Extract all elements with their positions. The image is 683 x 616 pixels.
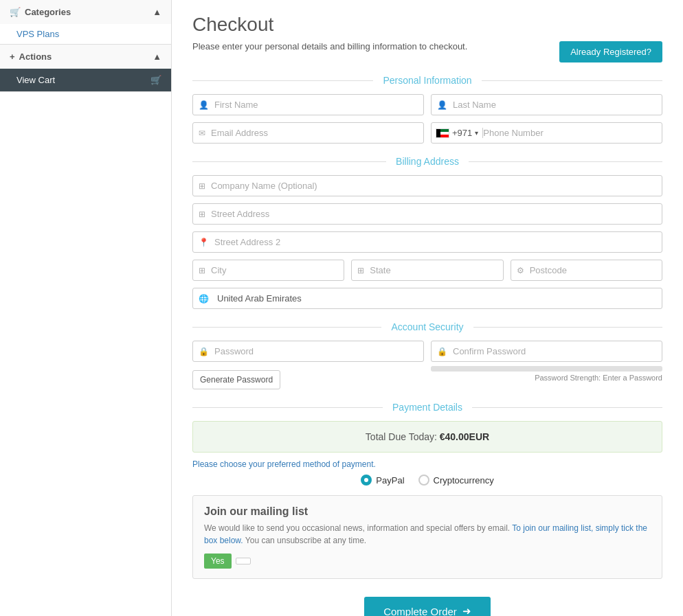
company-input[interactable] [211,176,662,196]
postcode-wrapper: ⚙ [511,260,662,281]
postcode-col: ⚙ [511,260,662,281]
phone-prefix[interactable]: +971 ▾ [432,128,483,138]
page-title: Checkout [192,14,662,36]
paypal-option[interactable]: PayPal [361,475,404,486]
categories-header[interactable]: 🛒 Categories ▲ [0,0,171,24]
email-phone-row: ✉ +971 ▾ [192,122,662,144]
first-name-input[interactable] [214,95,423,115]
password-strength-text: Password Strength: Enter a Password [431,374,662,382]
state-icon: ⊞ [352,266,370,275]
uae-flag [436,128,449,138]
categories-section: 🛒 Categories ▲ VPS Plans [0,0,171,45]
mailing-yes-button[interactable]: Yes [204,554,232,569]
sidebar: 🛒 Categories ▲ VPS Plans + Actions ▲ Vie… [0,0,172,616]
payment-details-divider: Payment Details [192,402,662,413]
mailing-title: Join our mailing list [204,505,651,518]
lock-icon: 🔒 [193,347,214,356]
street-col: ⊞ [192,203,662,225]
categories-toggle-icon: ▲ [153,7,161,17]
actions-header[interactable]: + Actions ▲ [0,45,171,69]
city-input[interactable] [211,260,344,280]
complete-order-button[interactable]: Complete Order ➜ [364,597,491,616]
total-label: Total Due Today: [366,431,437,442]
street-wrapper: ⊞ [192,203,662,225]
state-input[interactable] [370,260,502,280]
company-col: ⊞ [192,175,662,196]
sidebar-item-vps-plans[interactable]: VPS Plans [0,24,171,44]
last-name-col: 👤 [431,94,662,115]
confirm-password-wrapper: 🔒 [431,341,662,362]
payment-choose-text: Please choose your preferred method of p… [192,459,662,469]
phone-col: +971 ▾ [431,122,662,144]
country-select[interactable]: United Arab Emirates [214,288,662,308]
already-registered-button[interactable]: Already Registered? [559,41,662,62]
last-name-input[interactable] [453,95,662,115]
total-amount: €40.00EUR [440,431,489,442]
password-row: 🔒 Generate Password 🔒 Password Strength:… [192,341,662,389]
mailing-link[interactable]: To join our mailing list, simply tick th… [204,523,647,545]
actions-toggle-icon: ▲ [153,52,161,62]
confirm-password-input[interactable] [453,341,662,361]
country-row: 🌐 United Arab Emirates [192,288,662,309]
sidebar-item-view-cart[interactable]: View Cart 🛒 [0,69,171,91]
actions-label: Actions [19,52,52,62]
categories-icon: 🛒 [10,7,21,17]
paypal-radio[interactable] [361,475,372,486]
actions-section: + Actions ▲ View Cart 🛒 [0,45,171,92]
crypto-label: Cryptocurrency [434,475,494,486]
personal-info-divider: Personal Information [192,75,662,86]
billing-address-section-label: Billing Address [386,156,469,167]
personal-info-section-label: Personal Information [373,75,481,86]
confirm-password-col: 🔒 Password Strength: Enter a Password [431,341,662,382]
person-icon-last: 👤 [432,100,453,110]
city-col: ⊞ [192,260,344,281]
globe-icon: 🌐 [193,294,214,304]
phone-prefix-arrow: ▾ [475,129,478,137]
password-strength-bar [431,366,662,372]
street-input[interactable] [211,204,662,224]
country-col: 🌐 United Arab Emirates [192,288,662,309]
actions-plus-icon: + [10,52,15,62]
city-icon: ⊞ [193,266,211,275]
crypto-radio[interactable] [418,475,429,486]
country-wrapper: 🌐 United Arab Emirates [192,288,662,309]
complete-order-row: Complete Order ➜ [192,590,662,616]
pin-icon: 📍 [193,238,214,247]
company-wrapper: ⊞ [192,175,662,196]
crypto-option[interactable]: Cryptocurrency [418,475,494,486]
street-icon: ⊞ [193,209,211,219]
email-wrapper: ✉ [192,122,424,144]
first-name-wrapper: 👤 [192,94,424,115]
main-content: Checkout Please enter your personal deta… [172,0,683,616]
phone-input[interactable] [483,123,662,143]
company-row: ⊞ [192,175,662,196]
categories-label: Categories [25,7,71,17]
phone-wrapper: +971 ▾ [431,122,662,144]
top-bar: Please enter your personal details and b… [192,41,662,62]
email-col: ✉ [192,122,424,144]
city-wrapper: ⊞ [192,260,344,281]
paypal-label: PayPal [376,475,404,486]
generate-password-button[interactable]: Generate Password [192,370,280,389]
complete-order-label: Complete Order [383,606,457,617]
building-icon: ⊞ [193,181,211,191]
state-col: ⊞ [351,260,503,281]
postcode-input[interactable] [530,260,662,280]
account-security-divider: Account Security [192,321,662,332]
first-name-col: 👤 [192,94,424,115]
payment-options: PayPal Cryptocurrency [192,475,662,486]
intro-text: Please enter your personal details and b… [192,41,467,52]
street2-input[interactable] [214,232,662,252]
password-input[interactable] [214,341,423,361]
payment-details-section-label: Payment Details [383,402,472,413]
person-icon: 👤 [193,100,214,110]
email-input[interactable] [211,123,423,143]
city-state-postcode-row: ⊞ ⊞ ⚙ [192,260,662,281]
mailing-no-button[interactable] [236,558,251,564]
billing-address-divider: Billing Address [192,156,662,167]
last-name-wrapper: 👤 [431,94,662,115]
state-wrapper: ⊞ [351,260,503,281]
account-security-section-label: Account Security [381,321,473,332]
arrow-icon: ➜ [462,605,471,616]
street2-col: 📍 [192,231,662,253]
